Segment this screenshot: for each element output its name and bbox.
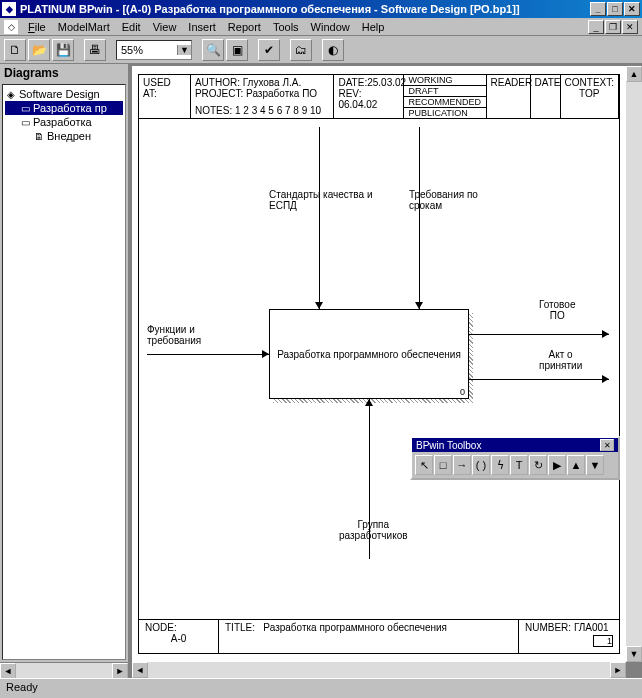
menu-insert[interactable]: Insert (182, 19, 222, 35)
output1-label[interactable]: Готовое ПО (539, 299, 575, 321)
idef-frame: USED AT: AUTHOR: Глухова Л.А. PROJECT: Р… (138, 74, 620, 654)
mdi-icon[interactable]: ◇ (4, 20, 18, 34)
canvas-page[interactable]: USED AT: AUTHOR: Глухова Л.А. PROJECT: Р… (132, 66, 626, 662)
menu-modelmart[interactable]: ModelMart (52, 19, 116, 35)
tree-item[interactable]: 🗎 Внедрен (5, 129, 123, 143)
arrowhead-icon (365, 399, 373, 406)
zoom-combo[interactable]: 55% ▼ (116, 40, 192, 60)
output1-arrow[interactable] (469, 334, 609, 335)
toolbox-titlebar[interactable]: BPwin Toolbox ✕ (412, 438, 618, 452)
spell-button[interactable]: ✔ (258, 39, 280, 61)
output2-label[interactable]: Акт о принятии (539, 349, 582, 371)
arrow-tool[interactable]: → (453, 455, 471, 475)
node-cell: NODE: A-0 (139, 620, 219, 653)
control1-label[interactable]: Стандарты качества и ЕСПД (269, 189, 372, 211)
zoom-value: 55% (117, 44, 177, 56)
tree-icon: ◈ (5, 88, 17, 100)
tree-item[interactable]: ▭ Разработка (5, 115, 123, 129)
output2-arrow[interactable] (469, 379, 609, 380)
scroll-right-icon[interactable]: ► (610, 662, 626, 678)
app-titlebar: ◆ PLATINUM BPwin - [(A-0) Разработка про… (0, 0, 642, 18)
menu-window[interactable]: Window (305, 19, 356, 35)
redo-tool[interactable]: ↻ (529, 455, 547, 475)
activity-label: Разработка программного обеспечения (277, 349, 461, 360)
arrowhead-icon (315, 302, 323, 309)
tree-label: Software Design (19, 88, 100, 100)
pointer-tool[interactable]: ↖ (415, 455, 433, 475)
scroll-down-icon[interactable]: ▼ (626, 646, 642, 662)
squiggle-tool[interactable]: ϟ (491, 455, 509, 475)
open-button[interactable]: 📂 (28, 39, 50, 61)
author-cell: AUTHOR: Глухова Л.А. PROJECT: Разработка… (191, 75, 335, 118)
mechanism-label[interactable]: Группа разработчиков (339, 519, 408, 541)
arrowhead-icon (602, 330, 609, 338)
scroll-left-icon[interactable]: ◄ (132, 662, 148, 678)
sidebar-hscroll[interactable]: ◄ ► (0, 662, 128, 678)
model-explorer-button[interactable]: 🗂 (290, 39, 312, 61)
maximize-button[interactable]: □ (607, 2, 623, 16)
menu-tools[interactable]: Tools (267, 19, 305, 35)
control2-arrow[interactable] (419, 127, 420, 309)
goto-parent-tool[interactable]: ▲ (567, 455, 585, 475)
tree-label: Внедрен (47, 130, 91, 142)
menu-view[interactable]: View (147, 19, 183, 35)
control2-label[interactable]: Требования по срокам (409, 189, 478, 211)
arrowhead-icon (602, 375, 609, 383)
activity-number: 0 (460, 387, 465, 397)
number-cell: NUMBER: ГЛА001 1 (519, 620, 619, 653)
canvas-hscroll[interactable]: ◄ ► (132, 662, 626, 678)
close-button[interactable]: ✕ (624, 2, 640, 16)
scroll-up-icon[interactable]: ▲ (626, 66, 642, 82)
tree-label: Разработка пр (33, 102, 107, 114)
menu-edit[interactable]: Edit (116, 19, 147, 35)
activity-box[interactable]: Разработка программного обеспечения 0 (269, 309, 469, 399)
diagram-icon: ▭ (19, 102, 31, 114)
print-button[interactable]: 🖶 (84, 39, 106, 61)
mdi-close-button[interactable]: ✕ (622, 20, 638, 34)
input-label[interactable]: Функции и требования (147, 324, 201, 346)
menu-file[interactable]: File (22, 19, 52, 35)
menu-help[interactable]: Help (356, 19, 391, 35)
tunnel-tool[interactable]: ( ) (472, 455, 490, 475)
text-tool[interactable]: T (510, 455, 528, 475)
save-button[interactable]: 💾 (52, 39, 74, 61)
zoom-fit-button[interactable]: ▣ (226, 39, 248, 61)
minimize-button[interactable]: _ (590, 2, 606, 16)
mdi-minimize-button[interactable]: _ (588, 20, 604, 34)
canvas-vscroll[interactable]: ▲ ▼ (626, 66, 642, 662)
sidebar-title: Diagrams (0, 64, 128, 82)
context-cell: CONTEXT: TOP (561, 75, 619, 118)
app-title: PLATINUM BPwin - [(A-0) Разработка прогр… (20, 3, 590, 15)
toolbox-close-button[interactable]: ✕ (600, 439, 614, 451)
scroll-right-icon[interactable]: ► (112, 663, 128, 679)
goto-sibling-tool[interactable]: ▼ (586, 455, 604, 475)
report-button[interactable]: ◐ (322, 39, 344, 61)
date-cell: DATE:25.03.02 REV: 06.04.02 (334, 75, 404, 118)
date2-cell: DATE (531, 75, 561, 118)
tree-item-root[interactable]: ◈ Software Design (5, 87, 123, 101)
toolbar: 🗋 📂 💾 🖶 55% ▼ 🔍 ▣ ✔ 🗂 ◐ (0, 36, 642, 64)
app-icon: ◆ (2, 2, 16, 16)
input-arrow[interactable] (147, 354, 269, 355)
tree-item-selected[interactable]: ▭ Разработка пр (5, 101, 123, 115)
scroll-left-icon[interactable]: ◄ (0, 663, 16, 679)
arrowhead-icon (262, 350, 269, 358)
activity-tool[interactable]: □ (434, 455, 452, 475)
diagram-tree[interactable]: ◈ Software Design ▭ Разработка пр ▭ Разр… (2, 84, 126, 660)
menubar: ◇ File ModelMart Edit View Insert Report… (0, 18, 642, 36)
new-button[interactable]: 🗋 (4, 39, 26, 61)
status-text: Ready (6, 681, 38, 693)
mdi-restore-button[interactable]: ❐ (605, 20, 621, 34)
diagram-icon: ▭ (19, 116, 31, 128)
zoom-in-button[interactable]: 🔍 (202, 39, 224, 61)
page-icon: 🗎 (33, 130, 45, 142)
used-at-cell: USED AT: (139, 75, 191, 118)
diagram-body[interactable]: Разработка программного обеспечения 0 Фу… (139, 119, 619, 619)
goto-child-tool[interactable]: ▶ (548, 455, 566, 475)
control1-arrow[interactable] (319, 127, 320, 309)
zoom-dropdown-icon[interactable]: ▼ (177, 45, 191, 55)
reader-cell: READER (487, 75, 531, 118)
menu-report[interactable]: Report (222, 19, 267, 35)
statusbar: Ready (0, 678, 642, 698)
toolbox-window[interactable]: BPwin Toolbox ✕ ↖ □ → ( ) ϟ T ↻ ▶ ▲ ▼ (410, 436, 620, 480)
